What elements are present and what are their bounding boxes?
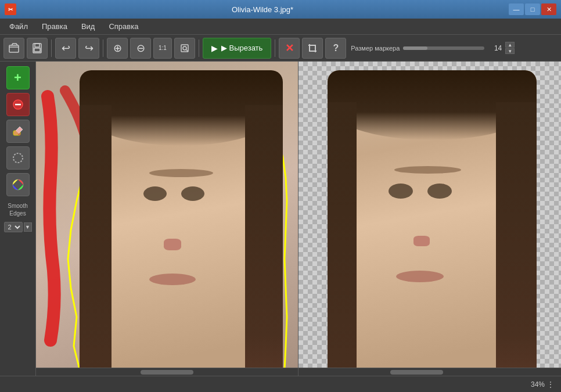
left-panel-wrapper: [36, 62, 299, 376]
right-image-panel[interactable]: [299, 62, 561, 376]
left-scrollbar[interactable]: [36, 368, 298, 376]
hair-left: [80, 105, 112, 368]
marker-size-arrows: ▲ ▼: [505, 42, 515, 54]
play-icon: ▶: [211, 44, 218, 53]
eraser-tool-button[interactable]: [6, 120, 30, 143]
nose: [164, 239, 181, 250]
left-image-panel[interactable]: [36, 62, 299, 376]
svg-point-11: [13, 153, 23, 163]
open-button[interactable]: [3, 38, 24, 59]
right-eye-left: [389, 184, 413, 199]
crop-button[interactable]: [302, 38, 323, 59]
marker-size-slider[interactable]: [403, 46, 484, 50]
smooth-edges-label: Smooth Edges: [0, 202, 35, 217]
marker-size-label: Размер маркера: [351, 45, 400, 52]
color-tool-button[interactable]: [6, 173, 30, 196]
separator-1: [51, 39, 52, 57]
menu-file[interactable]: Файл: [2, 20, 35, 33]
hair-right: [245, 105, 283, 368]
open-icon: [8, 42, 20, 54]
separator-3: [199, 39, 199, 57]
right-hair-right: [496, 102, 537, 368]
left-canvas: [36, 62, 298, 368]
zoom-in-button[interactable]: ⊕: [107, 38, 128, 59]
cut-label: ▶ Вырезать: [221, 44, 262, 52]
left-scrollbar-thumb: [141, 370, 193, 375]
right-face-shape: [328, 70, 537, 368]
help-button[interactable]: ?: [325, 38, 346, 59]
close-button[interactable]: ✕: [541, 3, 556, 15]
zoom-fit-icon: [179, 43, 190, 53]
color-icon: [12, 178, 24, 191]
zoom-level: 34%: [531, 380, 545, 389]
separator-4: [275, 39, 275, 57]
redo-button[interactable]: ↪: [78, 38, 99, 59]
svg-rect-2: [35, 44, 39, 47]
remove-icon: [12, 98, 24, 111]
crop-icon: [307, 43, 318, 53]
undo-icon: ↩: [62, 42, 70, 55]
right-scrollbar[interactable]: [299, 368, 561, 376]
minimize-button[interactable]: —: [509, 3, 524, 15]
right-eyebrows: [394, 166, 461, 174]
eraser-icon: [12, 125, 24, 138]
window-title: Olivia-Wilde 3.jpg*: [16, 5, 509, 14]
smooth-edges-arrow[interactable]: ▼: [24, 222, 32, 232]
eye-right: [181, 186, 204, 201]
marker-size-value: 14: [488, 44, 502, 52]
eye-left: [143, 186, 167, 201]
svg-rect-3: [34, 48, 40, 52]
right-nose: [413, 236, 430, 246]
zoom-100-button[interactable]: 1:1: [153, 38, 172, 59]
undo-button[interactable]: ↩: [55, 38, 76, 59]
right-canvas: [299, 62, 561, 368]
add-tool-button[interactable]: +: [6, 66, 30, 89]
canvas-area: [36, 62, 561, 376]
mouth: [149, 274, 196, 285]
right-eye-right: [427, 184, 452, 199]
toolbar: ↩ ↪ ⊕ ⊖ 1:1 ▶ ▶ Вырезать ✕ ? Размер марк: [0, 35, 561, 62]
title-bar: ✂ Olivia-Wilde 3.jpg* — □ ✕: [0, 0, 561, 19]
cut-button[interactable]: ▶ ▶ Вырезать: [203, 38, 271, 59]
zoom-fit-button[interactable]: [174, 38, 195, 59]
marker-slider-fill: [403, 46, 427, 50]
redo-icon: ↪: [85, 42, 94, 55]
menu-bar: Файл Правка Вид Справка: [0, 19, 561, 35]
right-hair-left: [328, 102, 357, 368]
window-controls: — □ ✕: [509, 3, 556, 15]
menu-edit[interactable]: Правка: [35, 20, 74, 33]
right-scrollbar-thumb: [390, 370, 443, 375]
smooth-edges-select[interactable]: 2 1 3 4: [4, 222, 23, 232]
zoom-in-icon: ⊕: [113, 42, 122, 55]
remove-tool-button[interactable]: [6, 93, 30, 116]
zoom-out-button[interactable]: ⊖: [130, 38, 151, 59]
cancel-button[interactable]: ✕: [279, 38, 300, 59]
eyebrows: [149, 169, 213, 177]
marker-size-section: Размер маркера 14 ▲ ▼: [351, 42, 558, 54]
left-toolbar: +: [0, 62, 36, 376]
app-icon: ✂: [5, 3, 16, 15]
right-panel-wrapper: [299, 62, 561, 376]
cancel-icon: ✕: [285, 42, 294, 55]
help-icon: ?: [333, 43, 339, 53]
main-area: +: [0, 62, 561, 376]
save-icon: [31, 42, 43, 54]
status-dots: ⋮: [547, 380, 554, 389]
zoom-100-label: 1:1: [159, 45, 167, 51]
zoom-out-icon: ⊖: [136, 42, 145, 55]
circle-icon: [12, 152, 24, 164]
menu-view[interactable]: Вид: [74, 20, 102, 33]
save-button[interactable]: [27, 38, 48, 59]
svg-rect-0: [9, 45, 19, 52]
add-icon: +: [14, 70, 21, 85]
right-mouth: [396, 271, 444, 282]
marker-size-up[interactable]: ▲: [505, 42, 515, 48]
marker-size-down[interactable]: ▼: [505, 48, 515, 54]
separator-2: [103, 39, 103, 57]
face-shape: [80, 70, 283, 368]
menu-help[interactable]: Справка: [102, 20, 145, 33]
circle-tool-button[interactable]: [6, 146, 30, 170]
status-bar: 34% ⋮: [0, 376, 561, 392]
maximize-button[interactable]: □: [525, 3, 540, 15]
smooth-edges-control: 2 1 3 4 ▼: [4, 222, 32, 232]
